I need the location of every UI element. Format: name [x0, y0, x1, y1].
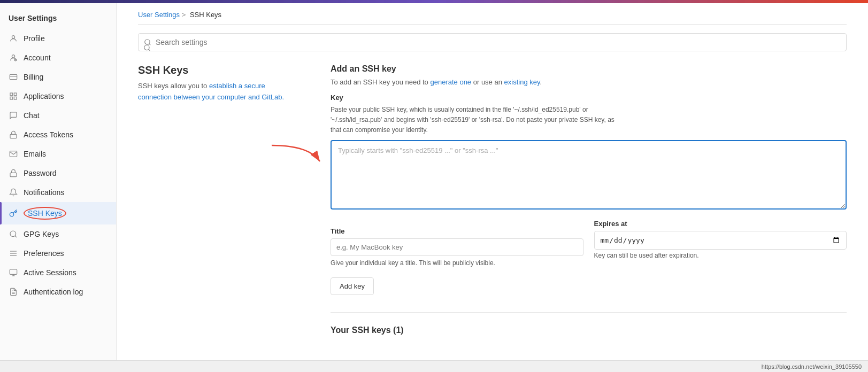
establish-link[interactable]: establish a secure connection between yo… [138, 82, 284, 101]
sidebar-item-label-account: Account [24, 53, 51, 62]
sidebar-item-label-gpg-keys: GPG Keys [24, 230, 59, 238]
your-ssh-keys-title: Your SSH keys (1) [331, 312, 847, 335]
generate-one-link[interactable]: generate one [430, 78, 471, 86]
sidebar-item-label-billing: Billing [24, 73, 43, 81]
sidebar-item-authentication-log[interactable]: Authentication log [0, 282, 116, 301]
sidebar-title: User Settings [0, 10, 116, 29]
sidebar-item-label-active-sessions: Active Sessions [24, 268, 76, 277]
billing-icon [9, 72, 18, 82]
expires-label: Expires at [594, 220, 847, 228]
svg-point-0 [12, 36, 14, 38]
svg-rect-6 [10, 97, 13, 99]
search-input[interactable] [138, 33, 847, 51]
authentication-log-icon [9, 287, 18, 297]
sidebar-item-access-tokens[interactable]: Access Tokens [0, 125, 116, 144]
expires-group: Expires at Key can still be used after e… [594, 220, 847, 259]
svg-rect-7 [14, 97, 17, 99]
svg-rect-8 [10, 134, 17, 138]
svg-point-1 [12, 55, 14, 58]
sidebar-item-label-ssh-keys: SSH Keys [24, 207, 66, 220]
ssh-keys-icon [9, 208, 18, 218]
sidebar-item-ssh-keys[interactable]: SSH Keys [0, 202, 116, 224]
sidebar-item-account[interactable]: Account [0, 48, 116, 67]
key-input-container [331, 140, 847, 211]
sidebar-item-chat[interactable]: Chat [0, 106, 116, 125]
sidebar-item-label-access-tokens: Access Tokens [24, 130, 73, 139]
left-panel: SSH Keys SSH keys allow you to establish… [138, 64, 298, 335]
title-input[interactable] [331, 238, 583, 256]
key-hint: Paste your public SSH key, which is usua… [331, 105, 847, 136]
breadcrumb: User Settings > SSH Keys [138, 3, 847, 25]
sidebar-item-label-chat: Chat [24, 111, 40, 120]
key-textarea[interactable] [331, 140, 847, 210]
svg-point-11 [10, 231, 16, 237]
sidebar-item-label-password: Password [24, 169, 56, 177]
svg-rect-9 [10, 173, 17, 176]
svg-rect-15 [10, 269, 17, 274]
right-panel: Add an SSH key To add an SSH key you nee… [331, 64, 847, 335]
title-hint: Give your individual key a title. This w… [331, 258, 583, 268]
add-ssh-desc: To add an SSH key you need to generate o… [331, 78, 847, 86]
existing-key-link[interactable]: existing key [504, 78, 540, 86]
sidebar: User Settings ProfileAccountBillingAppli… [0, 3, 117, 360]
expires-input[interactable] [594, 231, 847, 250]
status-url: https://blog.csdn.net/weixin_39105550 [762, 363, 862, 370]
gpg-keys-icon [9, 229, 18, 239]
access-tokens-icon [9, 130, 18, 140]
sidebar-item-active-sessions[interactable]: Active Sessions [0, 263, 116, 282]
sidebar-item-label-authentication-log: Authentication log [24, 288, 83, 296]
account-icon [9, 53, 18, 63]
expires-hint: Key can still be used after expiration. [594, 252, 847, 259]
red-arrow [261, 143, 331, 169]
sidebar-item-label-profile: Profile [24, 34, 45, 43]
emails-icon [9, 149, 18, 159]
ssh-keys-description: SSH keys allow you to establish a secure… [138, 81, 298, 103]
add-ssh-title: Add an SSH key [331, 64, 847, 74]
sidebar-item-applications[interactable]: Applications [0, 87, 116, 106]
breadcrumb-current: SSH Keys [190, 11, 221, 19]
title-group: Title Give your individual key a title. … [331, 220, 583, 268]
chat-icon [9, 111, 18, 120]
svg-point-10 [10, 213, 13, 216]
status-bar: https://blog.csdn.net/weixin_39105550 [0, 360, 868, 372]
sidebar-item-label-emails: Emails [24, 150, 46, 158]
title-label: Title [331, 227, 583, 235]
notifications-icon [9, 188, 18, 197]
sidebar-item-billing[interactable]: Billing [0, 67, 116, 87]
sidebar-item-preferences[interactable]: Preferences [0, 244, 116, 263]
title-expires-row: Title Give your individual key a title. … [331, 220, 847, 268]
svg-rect-5 [14, 93, 17, 96]
sidebar-item-label-applications: Applications [24, 92, 64, 100]
sidebar-item-gpg-keys[interactable]: GPG Keys [0, 224, 116, 244]
password-icon [9, 168, 18, 178]
sidebar-item-profile[interactable]: Profile [0, 29, 116, 48]
sidebar-item-password[interactable]: Password [0, 164, 116, 183]
breadcrumb-parent[interactable]: User Settings [138, 11, 180, 19]
svg-rect-3 [10, 74, 17, 79]
applications-icon [9, 91, 18, 101]
svg-rect-4 [10, 93, 13, 96]
sidebar-item-emails[interactable]: Emails [0, 144, 116, 164]
sidebar-item-label-preferences: Preferences [24, 249, 64, 258]
active-sessions-icon [9, 268, 18, 277]
key-label: Key [331, 94, 847, 102]
profile-icon [9, 34, 18, 43]
main-content: User Settings > SSH Keys SSH Keys SSH ke… [117, 3, 868, 360]
sidebar-item-label-notifications: Notifications [24, 188, 64, 197]
ssh-keys-title: SSH Keys [138, 64, 298, 76]
preferences-icon [9, 249, 18, 258]
sidebar-item-notifications[interactable]: Notifications [0, 183, 116, 202]
add-key-button[interactable]: Add key [331, 277, 374, 295]
